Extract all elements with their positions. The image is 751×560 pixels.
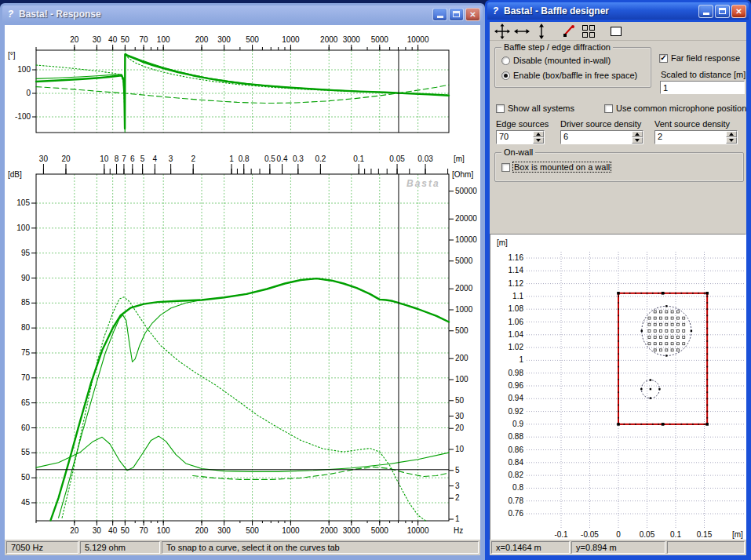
svg-text:500: 500 [455, 326, 468, 335]
on-wall-group: On-wall Box is mounted on a wall [494, 152, 744, 182]
edge-sources-spinner[interactable]: 70 [496, 130, 545, 144]
svg-text:0.5: 0.5 [264, 155, 275, 163]
maximize-button[interactable] [449, 8, 464, 21]
far-field-checkbox[interactable]: ✓ Far field response [659, 53, 740, 63]
vent-density-spin-buttons [726, 131, 737, 144]
svg-text:300: 300 [217, 35, 231, 44]
svg-text:20: 20 [455, 424, 465, 432]
radio-enable-label: Enable (box/baffle in free space) [513, 71, 637, 80]
minimize-button[interactable] [432, 8, 447, 21]
common-mic-checkbox-box[interactable] [604, 104, 613, 113]
up-arrow-icon [635, 133, 640, 136]
maximize-button[interactable] [715, 5, 730, 18]
baffle-client-area: Baffle step / edge diffraction Disable (… [490, 22, 746, 555]
common-mic-label: Use common microphone position [616, 104, 746, 113]
svg-text:10: 10 [455, 445, 465, 453]
common-mic-checkbox[interactable]: Use common microphone position [604, 104, 746, 113]
window-title: Basta! - Baffle designer [504, 5, 696, 16]
show-all-systems-label: Show all systems [508, 104, 574, 113]
svg-text:75: 75 [21, 348, 31, 357]
maximize-icon [453, 11, 460, 17]
driver-circle[interactable] [641, 305, 693, 357]
svg-text:20000: 20000 [455, 214, 477, 223]
close-button[interactable]: ✕ [731, 5, 746, 18]
svg-text:50: 50 [455, 396, 465, 405]
horizontal-arrow-tool[interactable] [512, 23, 531, 40]
spin-down-button[interactable] [726, 137, 737, 144]
svg-text:4: 4 [153, 155, 158, 163]
svg-text:1.1: 1.1 [512, 292, 523, 300]
rectangle-tool[interactable] [606, 23, 625, 40]
spin-up-button[interactable] [632, 131, 643, 137]
radio-disable-circle[interactable] [501, 56, 510, 65]
status-cursor-x: x=0.1464 m [491, 541, 570, 554]
svg-text:20: 20 [70, 35, 79, 44]
svg-text:0: 0 [26, 89, 31, 97]
svg-text:80: 80 [21, 323, 31, 332]
close-button[interactable]: ✕ [465, 8, 480, 21]
svg-text:1: 1 [455, 515, 460, 523]
svg-text:2: 2 [191, 155, 195, 163]
show-all-systems-checkbox-box[interactable] [496, 104, 505, 113]
driver-density-spinner[interactable]: 6 [560, 130, 643, 144]
svg-text:1000: 1000 [455, 305, 473, 314]
radio-enable-circle[interactable] [501, 71, 510, 80]
vent-density-spinner[interactable]: 2 [654, 130, 738, 144]
svg-text:0.3: 0.3 [293, 155, 304, 163]
scaled-distance-input[interactable] [660, 81, 745, 94]
svg-text:0.82: 0.82 [509, 471, 524, 479]
far-field-checkbox-box[interactable]: ✓ [659, 54, 668, 63]
svg-text:30: 30 [455, 412, 465, 420]
svg-text:0.94: 0.94 [509, 394, 524, 402]
marker-tool[interactable] [559, 23, 578, 40]
minimize-button[interactable] [698, 5, 713, 18]
radio-disable[interactable]: Disable (mounted in-wall) [501, 56, 611, 65]
svg-text:0.2: 0.2 [315, 155, 326, 163]
show-all-systems-checkbox[interactable]: Show all systems [496, 104, 574, 113]
spl-impedance-chart[interactable]: 302010876543210.80.50.40.30.20.10.050.03… [5, 143, 483, 539]
svg-text:[°]: [°] [8, 51, 16, 60]
baffle-step-group-label: Baffle step / edge diffraction [501, 42, 613, 52]
vent-density-value[interactable]: 2 [655, 131, 726, 144]
vertical-arrow-tool[interactable] [531, 23, 551, 40]
baffle-titlebar[interactable]: ? Basta! - Baffle designer ✕ [487, 2, 749, 20]
radio-disable-label: Disable (mounted in-wall) [513, 56, 611, 65]
move-tool[interactable] [492, 23, 512, 40]
svg-text:1000: 1000 [282, 35, 300, 44]
on-wall-checkbox-box[interactable] [501, 163, 510, 172]
edge-sources-value[interactable]: 70 [497, 131, 533, 144]
response-status-bar: 7050 Hz 5.129 ohm To snap to a curve, se… [5, 540, 480, 555]
svg-text:100: 100 [455, 375, 468, 384]
radio-enable[interactable]: Enable (box/baffle in free space) [501, 71, 637, 80]
spin-up-button[interactable] [533, 131, 544, 137]
driver-density-value[interactable]: 6 [561, 131, 632, 144]
svg-text:0.88: 0.88 [509, 432, 524, 441]
svg-text:5000: 5000 [371, 35, 389, 44]
spin-down-button[interactable] [632, 137, 643, 144]
svg-text:10: 10 [100, 155, 109, 163]
baffle-outline[interactable] [617, 292, 709, 426]
baffle-preview-panel[interactable]: 1.161.141.121.11.081.061.041.0210.980.96… [490, 234, 746, 544]
svg-text:65: 65 [21, 398, 31, 407]
baffle-preview[interactable]: 1.161.141.121.11.081.061.041.0210.980.96… [490, 235, 749, 542]
response-titlebar[interactable]: ? Basta! - Response ✕ [2, 5, 483, 23]
svg-text:30: 30 [93, 526, 102, 535]
up-arrow-icon [729, 133, 734, 136]
svg-text:70: 70 [140, 526, 149, 535]
svg-text:3000: 3000 [343, 526, 361, 535]
series-driver-spl [59, 278, 449, 518]
svg-text:-100: -100 [15, 112, 31, 121]
scaled-distance-label: Scaled to distance [m] [661, 70, 746, 79]
svg-text:20: 20 [70, 526, 79, 535]
on-wall-checkbox[interactable]: Box is mounted on a wall [501, 162, 611, 172]
phase-chart[interactable]: 2030405070100200300500100020003000500010… [5, 27, 483, 143]
spin-up-button[interactable] [726, 131, 737, 137]
svg-text:3: 3 [169, 155, 173, 163]
svg-text:0.05: 0.05 [389, 155, 405, 163]
svg-text:6: 6 [130, 155, 135, 163]
spin-down-button[interactable] [533, 137, 544, 144]
svg-text:[m]: [m] [732, 530, 743, 539]
svg-text:500: 500 [246, 35, 259, 44]
grid-tool[interactable] [578, 23, 598, 40]
vent-circle[interactable] [640, 379, 661, 399]
